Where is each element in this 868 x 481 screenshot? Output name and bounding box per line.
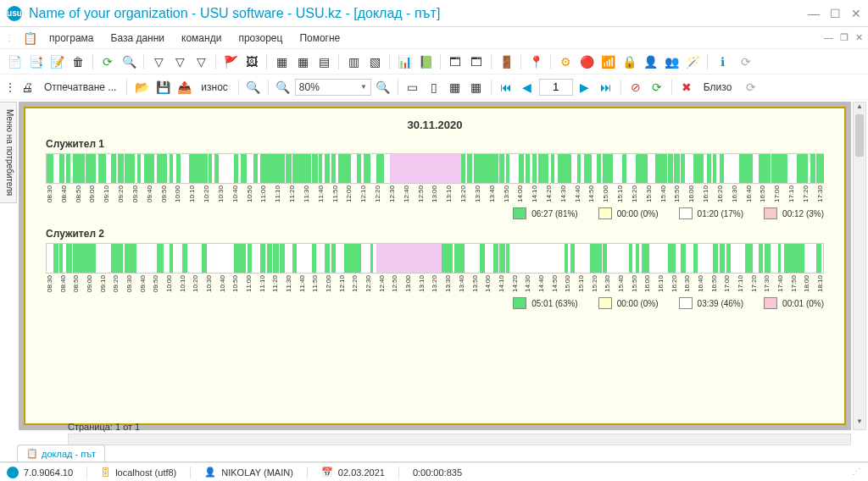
rss-icon[interactable]: 📶 [598, 53, 617, 71]
menu-icon[interactable]: 📋 [20, 29, 39, 47]
grip-icon: ⋮ [5, 33, 14, 42]
minimize-button[interactable]: — [808, 7, 820, 20]
copy-icon[interactable]: 📑 [26, 53, 45, 71]
scroll-up-icon[interactable]: ▲ [854, 102, 865, 114]
export-label[interactable]: износ [196, 81, 233, 93]
delete-icon[interactable]: 🗑 [69, 53, 87, 71]
page-input[interactable] [539, 79, 573, 96]
zoom-dropdown[interactable]: 80% ▼ [295, 79, 371, 96]
color-icon[interactable]: 🔴 [577, 53, 596, 71]
axis-tick: 10:30 [217, 185, 225, 202]
axis-tick: 12:20 [351, 275, 359, 292]
legend-item: 01:20 (17%) [679, 207, 743, 219]
legend-text: 01:20 (17%) [698, 209, 743, 218]
maximize-button[interactable]: ☐ [830, 7, 841, 20]
pin-icon[interactable]: 📍 [526, 53, 545, 71]
columns-icon[interactable]: ▥ [344, 53, 363, 71]
chart-icon[interactable]: 📊 [395, 53, 414, 71]
axis-tick: 17:40 [776, 275, 784, 292]
page-multi-icon[interactable]: ▦ [446, 78, 465, 97]
user-icon[interactable]: 👤 [641, 53, 659, 71]
info-icon[interactable]: ℹ [713, 53, 732, 71]
menu-program[interactable]: програма [42, 30, 101, 46]
form-icon[interactable]: ▦ [272, 53, 291, 71]
sync-icon[interactable]: ⟳ [737, 53, 755, 71]
last-page-icon[interactable]: ⏭ [597, 78, 615, 97]
legend-swatch [513, 297, 526, 309]
image-icon[interactable]: 🖼 [242, 53, 261, 71]
zoom-in-icon[interactable]: 🔍 [274, 78, 292, 97]
menu-commands[interactable]: команди [175, 30, 228, 46]
user-status-icon: 👤 [204, 467, 216, 478]
sub-close-button[interactable]: ✕ [855, 32, 863, 43]
axis-tick: 10:40 [231, 185, 239, 202]
zoom-out-icon[interactable]: 🔍 [374, 78, 392, 97]
menu-help[interactable]: Помогне [292, 30, 347, 46]
close-label[interactable]: Близо [698, 81, 737, 93]
open-icon[interactable]: 📂 [132, 78, 151, 97]
next-page-icon[interactable]: ▶ [576, 78, 594, 97]
save-icon[interactable]: 💾 [153, 78, 172, 97]
stop-icon[interactable]: ⊘ [626, 78, 645, 97]
export-icon[interactable]: 📤 [175, 78, 193, 97]
search-icon[interactable]: 🔍 [120, 53, 138, 71]
page-grid-icon[interactable]: ▦ [467, 78, 486, 97]
vertical-scrollbar[interactable]: ▲ ▼ [853, 102, 866, 430]
wand-icon[interactable]: 🪄 [683, 53, 702, 71]
menu-window[interactable]: прозорец [231, 30, 289, 46]
scroll-thumb[interactable] [855, 114, 864, 157]
prev-page-icon[interactable]: ◀ [518, 78, 537, 97]
find-icon[interactable]: 🔍 [244, 78, 263, 97]
resize-grip-icon[interactable]: ⋰ [852, 467, 861, 478]
axis-tick: 12:00 [325, 275, 332, 292]
sub-restore-button[interactable]: ❐ [840, 32, 849, 43]
axis-tick: 10:30 [205, 275, 213, 292]
axis-tick: 09:40 [146, 185, 153, 202]
export-excel-icon[interactable]: 📗 [416, 53, 435, 71]
axis-tick: 14:50 [587, 185, 595, 202]
axis-tick: 10:50 [246, 185, 253, 202]
axis-tick: 15:40 [617, 275, 625, 292]
axis-tick: 16:20 [670, 275, 678, 292]
sub-minimize-button[interactable]: — [824, 32, 833, 43]
axis-tick: 16:00 [643, 275, 651, 292]
flag-icon[interactable]: 🚩 [221, 53, 240, 71]
document-tab[interactable]: 📋 доклад - път [17, 445, 105, 462]
sync-icon[interactable]: ⟳ [742, 78, 760, 97]
sidebar-user-menu-tab[interactable]: Меню на потребителя [0, 102, 17, 203]
axis-tick: 11:00 [259, 185, 267, 202]
filter-icon[interactable]: ▽ [149, 53, 168, 71]
users-icon[interactable]: 👥 [662, 53, 681, 71]
axis-tick: 09:10 [99, 275, 107, 292]
axis-tick: 17:10 [737, 275, 744, 292]
legend-text: 06:27 (81%) [531, 209, 577, 218]
tree-icon[interactable]: ▤ [314, 53, 333, 71]
scroll-down-icon[interactable]: ▼ [854, 417, 865, 429]
refresh-icon[interactable]: ⟳ [98, 53, 117, 71]
new-icon[interactable]: 📄 [5, 53, 24, 71]
lock-icon[interactable]: 🔒 [620, 53, 638, 71]
axis-tick: 13:00 [431, 185, 438, 202]
page-width-icon[interactable]: ▯ [425, 78, 443, 97]
menu-database[interactable]: База данни [104, 30, 172, 46]
filter-cancel-icon[interactable]: ▽ [192, 53, 210, 71]
window-new-icon[interactable]: 🗔 [446, 53, 465, 71]
print-label[interactable]: Отпечатване ... [39, 81, 121, 93]
grid-icon[interactable]: ▦ [293, 53, 312, 71]
exit-icon[interactable]: 🚪 [497, 53, 515, 71]
axis-tick: 15:10 [616, 185, 624, 202]
window-list-icon[interactable]: 🗔 [467, 53, 486, 71]
filter-clear-icon[interactable]: ▽ [170, 53, 189, 71]
toolbar-main: 📄 📑 📝 🗑 ⟳ 🔍 ▽ ▽ ▽ 🚩 🖼 ▦ ▦ ▤ ▥ ▧ 📊 📗 🗔 🗔 … [0, 49, 868, 75]
page-whole-icon[interactable]: ▭ [403, 78, 422, 97]
first-page-icon[interactable]: ⏮ [497, 78, 515, 97]
edit-icon[interactable]: 📝 [47, 53, 66, 71]
close-report-icon[interactable]: ✖ [677, 78, 696, 97]
layout-icon[interactable]: ▧ [365, 53, 384, 71]
close-button[interactable]: ✕ [851, 7, 861, 20]
page-info: Страница: 1 от 1 [68, 422, 140, 432]
user-label: NIKOLAY (MAIN) [221, 467, 293, 478]
reload-icon[interactable]: ⟳ [648, 78, 666, 97]
print-icon[interactable]: 🖨 [18, 78, 36, 97]
gear-icon[interactable]: ⚙ [556, 53, 575, 71]
